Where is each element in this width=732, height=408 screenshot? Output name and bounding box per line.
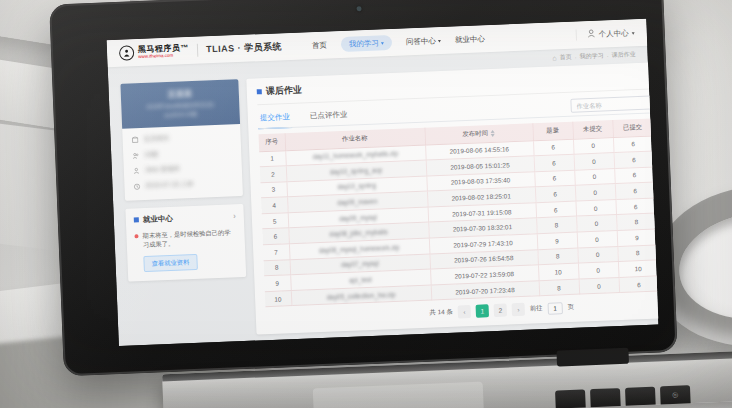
itheima-logo[interactable]: 黑马程序员™ www.itheima.com [119, 43, 190, 61]
nav-item-label: 问答中心 [406, 36, 436, 47]
cell-not-submitted: 0 [577, 246, 618, 263]
cell-total: 8 [537, 248, 578, 265]
col-header-reviewed: 已点评 [652, 117, 658, 136]
col-header-index: 序号 [259, 133, 286, 151]
school-icon [131, 136, 138, 143]
cell-total: 10 [538, 263, 579, 280]
laptop-screen: 黑马程序员™ www.itheima.com TLIAS · 学员系统 首页 我… [107, 19, 659, 346]
info-text-blurred: 北京校区 [143, 134, 169, 144]
cell-total: 6 [534, 154, 575, 171]
user-icon [587, 29, 596, 40]
info-item-class: Java 基础班 [133, 162, 233, 175]
col-header-submitted: 已提交 [612, 119, 653, 138]
section-bullet [134, 217, 139, 222]
chevron-right-icon: › [233, 211, 236, 220]
view-job-materials-button[interactable]: 查看就业资料 [143, 254, 197, 272]
chevron-down-icon: ▾ [381, 40, 384, 46]
cell-reviewed: 0 [655, 196, 658, 213]
cell-index: 7 [263, 244, 290, 261]
nav-item-job-center[interactable]: 就业中心 [455, 34, 485, 45]
cell-reviewed: 0 [654, 149, 659, 166]
webcam [356, 6, 361, 11]
tlias-app: 黑马程序员™ www.itheima.com TLIAS · 学员系统 首页 我… [107, 19, 659, 346]
cell-reviewed: 0 [658, 259, 659, 276]
sort-asc-icon[interactable] [491, 129, 495, 132]
pagination-goto-input[interactable] [547, 302, 562, 315]
job-center-card: 就业中心 › 期末将至，是时候检验自己的学习成果了。 查看就业资料 [125, 203, 246, 282]
table-body: 1 day11_homework_mybatis.zip 2019-08-06 … [259, 132, 658, 307]
sort-icons[interactable] [491, 129, 495, 136]
nav-item-home[interactable]: 首页 [312, 40, 327, 51]
profile-card: 王某某 2019年JavaEE就业班(北京) jzy2019-19期 北京校区 [120, 79, 243, 200]
cell-submitted: 9 [617, 229, 658, 246]
cell-not-submitted: 0 [575, 199, 616, 216]
cell-reviewed: 0 [657, 227, 659, 244]
chevron-down-icon: ▾ [438, 38, 441, 44]
cell-submitted: 6 [613, 136, 654, 153]
cell-total: 6 [535, 185, 576, 202]
col-header-date-label: 发布时间 [462, 129, 488, 137]
cell-index: 4 [261, 197, 288, 214]
laptop-bezel: 黑马程序员™ www.itheima.com TLIAS · 学员系统 首页 我… [49, 0, 677, 376]
pagination-page-2[interactable]: 2 [494, 304, 508, 318]
cell-reviewed: 0 [655, 181, 659, 198]
cell-submitted: 6 [619, 276, 659, 293]
breadcrumb-item[interactable]: 我的学习 [579, 51, 603, 61]
cell-submitted: 6 [615, 182, 656, 199]
keyboard-key [555, 389, 586, 408]
nav-item-my-learning[interactable]: 我的学习 ▾ [341, 35, 393, 52]
keyboard-key [625, 387, 656, 406]
notice-dot [134, 234, 138, 238]
keyboard-key [590, 388, 621, 407]
cell-not-submitted: 0 [575, 184, 616, 201]
cell-index: 9 [264, 275, 291, 292]
cell-total: 6 [535, 201, 576, 218]
cell-submitted: 6 [615, 198, 656, 215]
pagination-goto-suffix: 页 [567, 303, 574, 312]
cell-not-submitted: 0 [578, 262, 619, 279]
job-card-header[interactable]: 就业中心 › [134, 211, 236, 225]
cell-submitted: 6 [614, 167, 655, 184]
pagination-page-1[interactable]: 1 [476, 305, 490, 319]
nav-item-qa-center[interactable]: 问答中心 ▾ [406, 35, 441, 46]
cell-index: 10 [265, 290, 292, 307]
pagination-next-button[interactable]: › [512, 303, 526, 317]
info-item-enroll-date: 2019-07-15 入学 [133, 178, 233, 191]
homework-panel: 课后作业 提交作业 已点评作业 搜索 重置 [246, 59, 658, 335]
info-item-campus: 北京校区 [131, 131, 231, 144]
cell-date: 2019-07-20 17:23:48 [431, 281, 540, 301]
info-text-blurred: Java 基础班 [145, 165, 180, 175]
user-menu[interactable]: 个人中心 ▾ [576, 27, 635, 40]
horse-logo-icon [119, 45, 135, 61]
cell-index: 2 [260, 166, 287, 183]
pagination-prev-button[interactable]: ‹ [458, 305, 472, 319]
homework-table: 序号 作业名称 发布时间 题量 未提交 已提交 已点评 操作 [259, 115, 659, 307]
trackpad [313, 382, 484, 408]
hinge-foot [556, 348, 629, 367]
cell-not-submitted: 0 [579, 277, 620, 294]
job-card-message: 期末将至，是时候检验自己的学习成果了。 [134, 227, 237, 250]
profile-header: 王某某 2019年JavaEE就业班(北京) jzy2019-19期 [120, 79, 240, 129]
cell-total: 6 [534, 170, 575, 187]
page-title-text: 课后作业 [266, 84, 302, 98]
product-title: TLIAS · 学员系统 [206, 40, 282, 56]
section-bullet [257, 89, 262, 94]
breadcrumb-separator: · [607, 53, 609, 59]
group-icon [132, 152, 139, 159]
breadcrumb-item: 课后作业 [611, 50, 635, 60]
laptop: 黑马程序员™ www.itheima.com TLIAS · 学员系统 首页 我… [39, 0, 697, 408]
cell-reviewed: 0 [654, 165, 658, 182]
sort-desc-icon[interactable] [491, 133, 495, 136]
col-header-notsubmitted: 未提交 [572, 120, 613, 139]
cell-index: 3 [260, 181, 287, 198]
cell-not-submitted: 0 [574, 153, 615, 170]
homework-search-input[interactable] [570, 95, 658, 113]
pagination-goto-prefix: 前往 [530, 305, 543, 315]
cell-index: 5 [262, 213, 289, 230]
cell-total: 6 [533, 139, 574, 156]
cell-submitted: 10 [618, 260, 659, 277]
cell-total: 9 [537, 232, 578, 249]
desk-scene: 黑马程序员™ www.itheima.com TLIAS · 学员系统 首页 我… [0, 0, 732, 408]
cell-not-submitted: 0 [577, 231, 618, 248]
breadcrumb-item[interactable]: 首页 [559, 53, 571, 62]
